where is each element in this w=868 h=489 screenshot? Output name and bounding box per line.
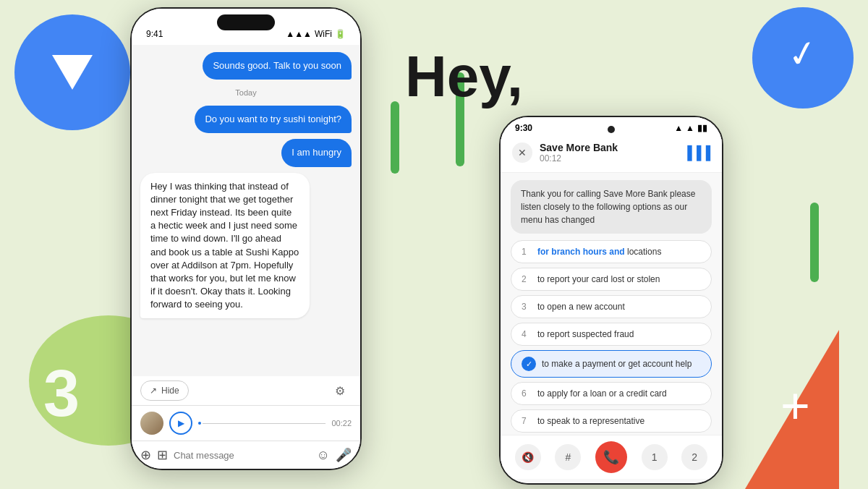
menu-option-3[interactable]: 3 to open a new account bbox=[511, 295, 712, 318]
chat-input[interactable] bbox=[174, 450, 311, 461]
status-icons-left: ▲▲▲ WiFi 🔋 bbox=[286, 29, 346, 39]
close-button[interactable]: ✕ bbox=[512, 143, 532, 163]
message-text: Sounds good. Talk to you soon bbox=[213, 60, 341, 71]
left-phone: 9:41 ▲▲▲ WiFi 🔋 Sounds good. Talk to you… bbox=[130, 7, 362, 470]
camera-icon[interactable]: ⊞ bbox=[157, 447, 168, 463]
bg-triangle-orange bbox=[745, 330, 839, 489]
option-text: to make a payment or get account help bbox=[542, 359, 701, 369]
gear-icon: ⚙ bbox=[335, 384, 345, 398]
date-divider: Today bbox=[140, 88, 352, 97]
message-text: I am hungry bbox=[292, 147, 341, 158]
wave-line bbox=[203, 423, 326, 424]
hey-heading: Hey, bbox=[405, 43, 523, 110]
wifi-status-icon: ▲ bbox=[686, 123, 694, 133]
option-text: to apply for a loan or a credit card bbox=[537, 388, 701, 399]
wifi-icon: WiFi bbox=[315, 29, 332, 39]
signal-strength-icon: ▲ bbox=[674, 123, 683, 133]
hide-icon: ↗ bbox=[150, 386, 157, 396]
hide-label: Hide bbox=[161, 386, 179, 396]
right-phone: 9:30 ▲ ▲ ▮▮ ✕ Save More Bank 00:12 ▐▐▐ T… bbox=[499, 116, 723, 485]
option-number: 7 bbox=[522, 416, 532, 426]
option-text: to speak to a representative bbox=[537, 416, 701, 426]
message-bubble: Do you want to try sushi tonight? bbox=[195, 106, 352, 133]
call-header: ✕ Save More Bank 00:12 ▐▐▐ bbox=[501, 136, 722, 173]
call-bottom-bar: 🔇 # 📞 1 2 bbox=[501, 435, 722, 479]
chat-messages-area: Sounds good. Talk to you soon Today Do y… bbox=[132, 45, 360, 376]
more-options-button[interactable]: 2 bbox=[681, 444, 707, 470]
waveform bbox=[198, 416, 326, 430]
menu-option-4[interactable]: 4 to report suspected fraud bbox=[511, 323, 712, 346]
message-bubble: I am hungry bbox=[281, 139, 352, 166]
hide-row: ↗ Hide ⚙ bbox=[132, 376, 360, 405]
checkmark-icon: ✓ bbox=[784, 31, 821, 77]
transcript-text: Thank you for calling Save More Bank ple… bbox=[521, 189, 695, 225]
message-text: Hey I was thinking that instead of dinne… bbox=[150, 181, 299, 310]
option-text: to report suspected fraud bbox=[537, 329, 701, 339]
phone-camera bbox=[608, 126, 615, 133]
menu-option-7[interactable]: 7 to speak to a representative bbox=[511, 409, 712, 433]
chat-input-bar: ⊕ ⊞ ☺ 🎤 bbox=[132, 441, 360, 469]
bg-bar-green-4 bbox=[810, 203, 819, 282]
hide-button[interactable]: ↗ Hide bbox=[140, 380, 189, 401]
option-number: 6 bbox=[522, 388, 532, 399]
option-text: to open a new account bbox=[537, 302, 701, 312]
emoji-icon[interactable]: ☺ bbox=[317, 448, 330, 463]
bg-circle-right: ✓ bbox=[752, 7, 854, 109]
call-duration: 00:12 bbox=[540, 153, 676, 163]
menu-option-2[interactable]: 2 to report your card lost or stolen bbox=[511, 268, 712, 291]
voice-duration: 00:22 bbox=[331, 419, 352, 428]
signal-icon: ▲▲▲ bbox=[286, 29, 312, 39]
mute-button[interactable]: 🔇 bbox=[515, 444, 541, 470]
option-text: for branch hours and locations bbox=[537, 247, 701, 257]
call-name: Save More Bank bbox=[540, 142, 676, 153]
menu-option-5[interactable]: ✓ to make a payment or get account help bbox=[511, 350, 712, 378]
avatar bbox=[140, 412, 163, 435]
option-number: 2 bbox=[522, 274, 532, 284]
call-info: Save More Bank 00:12 bbox=[540, 142, 676, 163]
audio-bars-icon: ▐▐▐ bbox=[683, 145, 710, 161]
mic-icon[interactable]: 🎤 bbox=[336, 447, 352, 463]
transcript-bubble: Thank you for calling Save More Bank ple… bbox=[511, 180, 712, 234]
message-bubble: Hey I was thinking that instead of dinne… bbox=[140, 173, 310, 319]
option-number: 1 bbox=[522, 247, 532, 257]
phone-notch bbox=[217, 14, 275, 30]
status-time-right: 9:30 bbox=[515, 123, 532, 133]
status-time-left: 9:41 bbox=[146, 29, 163, 39]
menu-option-6[interactable]: 6 to apply for a loan or a credit card bbox=[511, 382, 712, 405]
message-text: Do you want to try sushi tonight? bbox=[205, 114, 341, 124]
battery-status-icon: ▮▮ bbox=[697, 123, 707, 133]
status-icons-right: ▲ ▲ ▮▮ bbox=[674, 123, 707, 133]
message-bubble: Sounds good. Talk to you soon bbox=[203, 52, 352, 80]
battery-icon: 🔋 bbox=[335, 29, 346, 39]
triangle-icon bbox=[52, 55, 93, 90]
keypad-button[interactable]: # bbox=[555, 444, 581, 470]
bg-cross: + bbox=[780, 380, 810, 431]
option-text-bold: for branch hours and bbox=[537, 247, 627, 257]
end-call-button[interactable]: 📞 bbox=[595, 441, 627, 473]
menu-option-1[interactable]: 1 for branch hours and locations bbox=[511, 240, 712, 263]
play-button[interactable]: ▶ bbox=[169, 412, 192, 435]
settings-button[interactable]: ⚙ bbox=[328, 379, 352, 402]
bg-bar-green-2 bbox=[391, 101, 399, 174]
option-number: 4 bbox=[522, 329, 532, 339]
option-text: to report your card lost or stolen bbox=[537, 274, 701, 284]
bg-circle-left bbox=[14, 14, 130, 130]
voice-message-bar: ▶ 00:22 bbox=[132, 405, 360, 441]
add-call-button[interactable]: 1 bbox=[642, 444, 668, 470]
selected-check-icon: ✓ bbox=[522, 357, 536, 371]
add-icon[interactable]: ⊕ bbox=[140, 447, 151, 463]
wave-dot bbox=[198, 422, 201, 425]
bg-number-three: 3 bbox=[43, 357, 80, 431]
option-number: 3 bbox=[522, 302, 532, 312]
